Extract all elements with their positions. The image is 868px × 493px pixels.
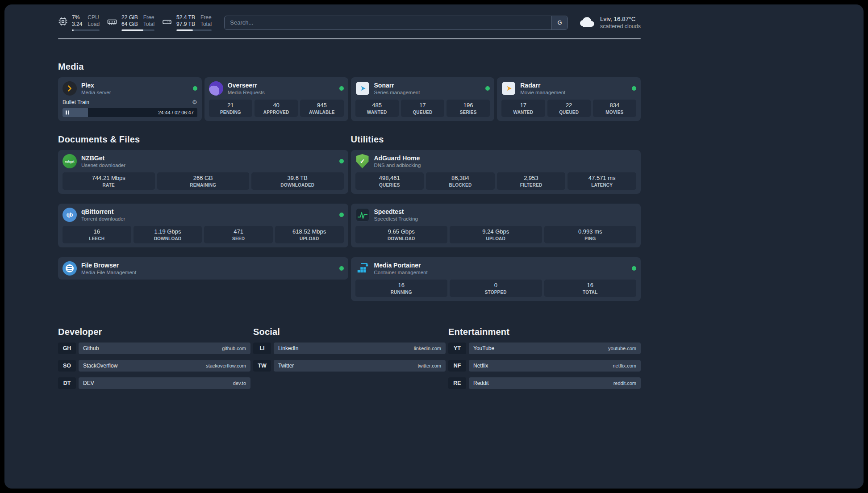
bookmark-link-dev[interactable]: DEV dev.to xyxy=(79,377,250,389)
bookmark-abbr: DT xyxy=(58,377,76,389)
media-progress-bar[interactable]: 24:44 / 02:06:47 xyxy=(63,108,197,117)
bookmark-row: TW Twitter twitter.com xyxy=(253,360,446,372)
memory-free-label: Free xyxy=(143,14,154,21)
bookmark-row: LI LinkedIn linkedin.com xyxy=(253,343,446,354)
stat-tile: 0 STOPPED xyxy=(450,280,542,297)
stat-label: MOVIES xyxy=(594,109,635,115)
stat-label: RATE xyxy=(63,182,154,188)
service-subtitle: Movie management xyxy=(520,89,565,96)
service-name: Speedtest xyxy=(374,208,418,216)
stat-tile: 0.993 ms PING xyxy=(544,226,637,243)
bookmark-link-stackoverflow[interactable]: StackOverflow stackoverflow.com xyxy=(79,360,250,372)
stat-label: QUERIES xyxy=(356,182,423,188)
bookmark-link-youtube[interactable]: YouTube youtube.com xyxy=(469,343,641,354)
service-card-qbittorrent[interactable]: qb qBittorrent Torrent downloader 16 LEE… xyxy=(58,204,348,247)
stat-label: PENDING xyxy=(210,109,251,115)
stat-tile: 471 SEED xyxy=(204,226,273,243)
stat-value: 16 xyxy=(63,228,130,235)
service-subtitle: Media Requests xyxy=(228,89,265,96)
stat-tile: 9.24 Gbps UPLOAD xyxy=(450,226,542,243)
bookmark-abbr: GH xyxy=(58,343,76,354)
cpu-progress-bar xyxy=(72,29,100,31)
service-card-radarr[interactable]: Radarr Movie management 17 WANTED 22 QUE… xyxy=(497,77,641,121)
bookmark-link-linkedin[interactable]: LinkedIn linkedin.com xyxy=(274,343,446,354)
stat-label: REMAINING xyxy=(158,182,249,188)
memory-icon xyxy=(107,14,117,27)
bookmark-link-netflix[interactable]: Netflix netflix.com xyxy=(469,360,641,372)
stat-value: 16 xyxy=(545,282,636,289)
nzbget-icon: nzbget xyxy=(63,154,77,168)
overseerr-icon xyxy=(209,81,223,96)
service-card-speedtest[interactable]: Speedtest Speedtest Tracking 9.65 Gbps D… xyxy=(351,204,641,247)
stat-value: 21 xyxy=(210,102,251,109)
weather-widget: Lviv, 16.87°C scattered clouds xyxy=(579,15,641,30)
portainer-icon xyxy=(355,261,370,276)
memory-total-label: Total xyxy=(143,21,154,28)
stat-tile: 618.52 Mbps UPLOAD xyxy=(275,226,344,243)
status-dot xyxy=(632,266,636,271)
pause-icon[interactable] xyxy=(66,111,69,115)
speedtest-icon xyxy=(355,208,370,222)
stat-tile: 16 LEECH xyxy=(63,226,131,243)
service-card-overseerr[interactable]: Overseerr Media Requests 21 PENDING 40 A… xyxy=(204,77,348,121)
service-card-sonarr[interactable]: Sonarr Series management 485 WANTED 17 Q… xyxy=(351,77,495,121)
stat-tile: 40 APPROVED xyxy=(255,100,298,117)
stat-value: 196 xyxy=(447,102,489,109)
service-card-adguard[interactable]: ✓ AdGuard Home DNS and adblocking 498,46… xyxy=(351,150,641,194)
service-name: NZBGet xyxy=(81,155,125,162)
service-card-nzbget[interactable]: nzbget NZBGet Usenet downloader 744.21 M… xyxy=(58,150,348,194)
service-card-plex[interactable]: Plex Media server Bullet Train ⚙ 24:44 /… xyxy=(58,77,202,121)
stat-value: 17 xyxy=(402,102,443,109)
qbittorrent-icon: qb xyxy=(63,208,77,222)
plex-icon xyxy=(63,81,77,96)
stat-tile: 17 QUEUED xyxy=(401,100,444,117)
bookmark-link-github[interactable]: Github github.com xyxy=(79,343,250,354)
gear-icon[interactable]: ⚙ xyxy=(192,99,197,105)
stat-value: 2,953 xyxy=(498,175,565,182)
bookmark-row: YT YouTube youtube.com xyxy=(448,343,641,354)
disk-progress-bar xyxy=(176,29,212,31)
topbar: 7% 3.24 CPU Load xyxy=(58,14,641,31)
memory-progress-bar xyxy=(121,29,154,31)
stat-label: QUEUED xyxy=(548,109,590,115)
bookmark-link-twitter[interactable]: Twitter twitter.com xyxy=(274,360,446,372)
section-title-documents: Documents & Files xyxy=(58,134,348,145)
stat-label: DOWNLOAD xyxy=(356,236,447,242)
bookmark-link-reddit[interactable]: Reddit reddit.com xyxy=(469,377,641,389)
cpu-widget: 7% 3.24 CPU Load xyxy=(58,14,100,31)
bookmark-row: NF Netflix netflix.com xyxy=(448,360,641,372)
stat-value: 0 xyxy=(451,282,541,289)
stat-value: 471 xyxy=(205,228,272,235)
service-subtitle: Media File Management xyxy=(81,269,136,276)
service-card-filebrowser[interactable]: File Browser Media File Management xyxy=(58,257,348,280)
bookmark-abbr: RE xyxy=(448,377,466,389)
stat-tile: 16 RUNNING xyxy=(355,280,448,297)
stat-label: BLOCKED xyxy=(427,182,494,188)
search-provider-button[interactable]: G xyxy=(551,16,568,29)
memory-free-value: 22 GiB xyxy=(121,14,138,21)
stat-value: 86,384 xyxy=(427,175,494,182)
stat-value: 47.571 ms xyxy=(568,175,635,182)
cpu-icon xyxy=(58,14,68,26)
stat-tile: 945 AVAILABLE xyxy=(300,100,343,117)
stat-label: LATENCY xyxy=(568,182,635,188)
stat-value: 618.52 Mbps xyxy=(276,228,343,235)
stat-value: 744.21 Mbps xyxy=(63,175,154,182)
bookmark-row: GH Github github.com xyxy=(58,343,250,354)
stat-label: DOWNLOAD xyxy=(134,236,201,242)
stat-tile: 485 WANTED xyxy=(355,100,399,117)
stat-label: APPROVED xyxy=(255,109,297,115)
service-name: Sonarr xyxy=(374,82,420,89)
stat-tile: 86,384 BLOCKED xyxy=(426,172,495,190)
stat-value: 39.6 TB xyxy=(252,175,343,182)
stat-label: STOPPED xyxy=(451,289,541,295)
stat-value: 485 xyxy=(356,102,398,109)
section-utilities: Utilities ✓ AdGuard Home DNS and adblock… xyxy=(351,134,641,301)
adguard-icon: ✓ xyxy=(355,154,370,168)
stat-label: UPLOAD xyxy=(276,236,343,242)
stat-label: RUNNING xyxy=(356,289,447,295)
service-card-portainer[interactable]: Media Portainer Container management 16 … xyxy=(351,257,641,301)
service-subtitle: DNS and adblocking xyxy=(374,162,421,168)
topbar-divider xyxy=(58,38,641,39)
search-input[interactable] xyxy=(225,16,551,29)
